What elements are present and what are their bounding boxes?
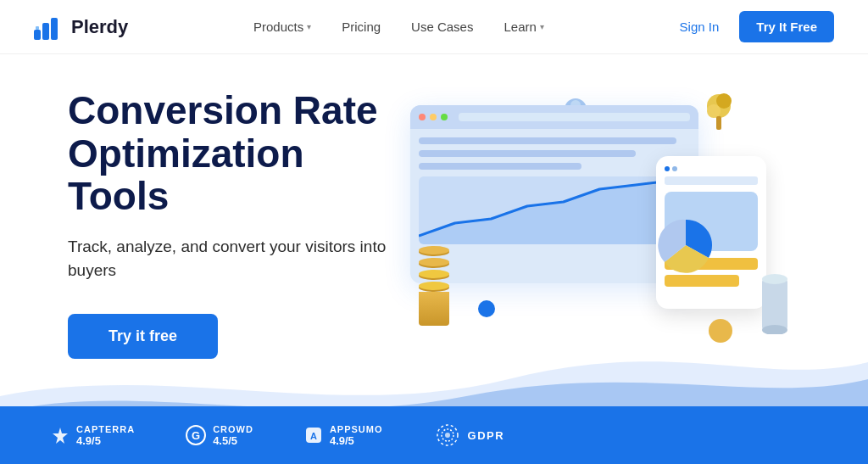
capterra-score: 4.9/5	[76, 434, 135, 447]
appsumo-score: 4.9/5	[330, 434, 383, 447]
svg-rect-1	[42, 23, 49, 40]
chart-area	[419, 176, 690, 244]
badges-bar: Capterra 4.9/5 G CROWD 4.5/5 A APPSUMO 4…	[0, 406, 868, 464]
crowd-text: CROWD 4.5/5	[213, 424, 253, 447]
header: Plerdy Products ▾ Pricing Use Cases Lear…	[0, 0, 868, 54]
chevron-down-icon: ▾	[540, 22, 544, 31]
chevron-down-icon: ▾	[307, 22, 311, 31]
capterra-label: Capterra	[76, 424, 135, 434]
gdpr-label: GDPR	[468, 429, 505, 442]
header-actions: Sign In Try It Free	[670, 11, 834, 42]
badge-crowd: G CROWD 4.5/5	[186, 424, 253, 447]
svg-rect-2	[51, 18, 58, 40]
appsumo-label: APPSUMO	[330, 424, 383, 434]
logo-icon	[34, 14, 64, 40]
mobile-header-bar	[665, 176, 758, 185]
line-chart	[419, 176, 690, 244]
content-line	[419, 163, 581, 170]
crowd-icon: G	[186, 425, 206, 445]
try-free-header-button[interactable]: Try It Free	[739, 11, 834, 42]
svg-rect-3	[36, 26, 39, 30]
browser-bar	[410, 105, 698, 129]
pie-chart	[656, 215, 715, 275]
appsumo-icon: A	[304, 426, 323, 444]
capterra-text: Capterra 4.9/5	[76, 424, 135, 447]
nav-learn[interactable]: Learn ▾	[492, 13, 555, 41]
svg-text:A: A	[310, 431, 317, 441]
mobile-button-2	[665, 275, 739, 287]
badge-gdpr: GDPR	[434, 422, 505, 449]
content-line	[419, 137, 676, 144]
tree-decoration-3	[705, 92, 732, 137]
capterra-icon	[51, 426, 70, 444]
nav-products[interactable]: Products ▾	[242, 13, 323, 41]
badge-capterra: Capterra 4.9/5	[51, 424, 135, 447]
sign-in-link[interactable]: Sign In	[670, 13, 730, 41]
svg-point-15	[762, 274, 787, 284]
window-dot-green	[441, 114, 448, 120]
window-dot-red	[419, 114, 426, 120]
badge-appsumo: A APPSUMO 4.9/5	[304, 424, 383, 447]
svg-point-11	[707, 104, 721, 118]
crowd-score: 4.5/5	[213, 434, 253, 447]
svg-text:G: G	[192, 429, 200, 442]
crowd-label: CROWD	[213, 424, 253, 434]
svg-rect-12	[716, 116, 721, 130]
nav-pricing[interactable]: Pricing	[330, 13, 392, 41]
main-nav: Products ▾ Pricing Use Cases Learn ▾	[242, 13, 556, 41]
hero-subtitle: Track, analyze, and convert your visitor…	[68, 235, 393, 283]
content-line	[419, 150, 636, 157]
hero-title: Conversion Rate Optimization Tools	[68, 89, 393, 218]
logo-text: Plerdy	[71, 16, 128, 38]
appsumo-text: APPSUMO 4.9/5	[330, 424, 383, 447]
gdpr-icon	[434, 422, 461, 449]
nav-use-cases[interactable]: Use Cases	[399, 13, 485, 41]
browser-window	[410, 105, 698, 283]
svg-rect-0	[34, 30, 41, 40]
svg-point-24	[445, 433, 450, 438]
logo[interactable]: Plerdy	[34, 14, 128, 40]
svg-point-10	[716, 93, 732, 109]
window-dot-yellow	[430, 114, 437, 120]
svg-marker-17	[53, 428, 68, 444]
